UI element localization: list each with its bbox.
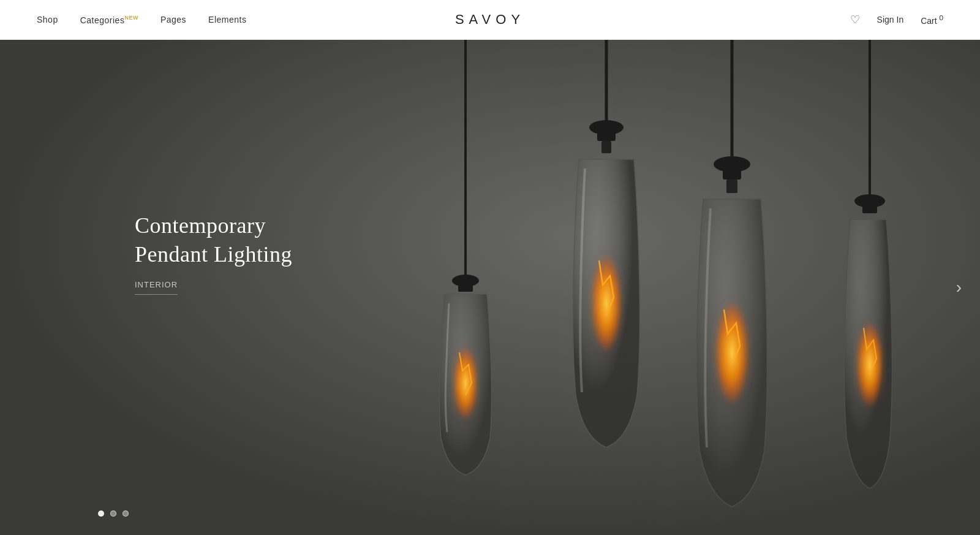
hero-subtitle: Interior bbox=[135, 280, 178, 295]
slider-dots bbox=[98, 510, 129, 517]
nav-right: ♡ Sign In Cart 0 bbox=[850, 13, 943, 26]
nav-left: Shop CategoriesNEW Pages Elements bbox=[37, 15, 246, 25]
hero-text: Contemporary Pendant Lighting Interior bbox=[135, 211, 318, 295]
slider-dot-1[interactable] bbox=[98, 510, 104, 517]
slider-next-arrow[interactable]: › bbox=[956, 278, 962, 297]
svg-rect-13 bbox=[726, 180, 737, 193]
nav-elements[interactable]: Elements bbox=[208, 15, 246, 25]
svg-point-9 bbox=[591, 254, 622, 352]
svg-rect-8 bbox=[601, 141, 611, 153]
nav-categories[interactable]: CategoriesNEW bbox=[80, 15, 138, 25]
slider-dot-3[interactable] bbox=[123, 510, 129, 517]
svg-point-18 bbox=[856, 322, 883, 408]
hero-title: Contemporary Pendant Lighting bbox=[135, 211, 318, 269]
nav-pages[interactable]: Pages bbox=[160, 15, 186, 25]
hero-background: Contemporary Pendant Lighting Interior › bbox=[0, 40, 980, 535]
svg-point-14 bbox=[715, 300, 749, 404]
wishlist-icon[interactable]: ♡ bbox=[850, 13, 860, 26]
nav-shop[interactable]: Shop bbox=[37, 15, 58, 25]
svg-point-4 bbox=[453, 346, 478, 420]
svg-rect-17 bbox=[862, 201, 877, 213]
svg-rect-12 bbox=[723, 164, 741, 180]
site-header: Shop CategoriesNEW Pages Elements SAVOY … bbox=[0, 0, 980, 40]
sign-in-link[interactable]: Sign In bbox=[877, 15, 904, 25]
svg-rect-7 bbox=[597, 127, 616, 141]
slider-dot-2[interactable] bbox=[110, 510, 116, 517]
site-logo[interactable]: SAVOY bbox=[455, 12, 525, 28]
hero-slider: Contemporary Pendant Lighting Interior › bbox=[0, 40, 980, 535]
svg-rect-3 bbox=[458, 281, 473, 292]
cart-link[interactable]: Cart 0 bbox=[921, 13, 943, 26]
